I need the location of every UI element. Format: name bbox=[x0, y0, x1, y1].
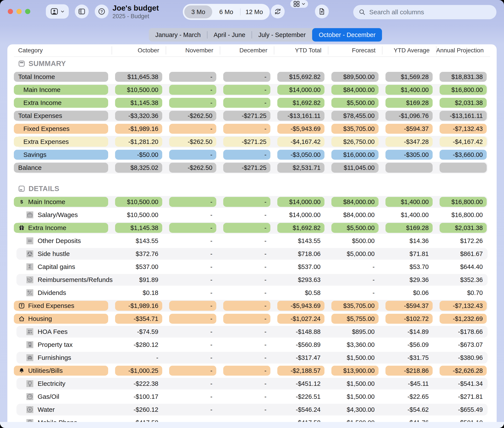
cell-forecast[interactable]: $5,000.00 bbox=[328, 247, 382, 260]
column-header-ytd-total[interactable]: YTD Total bbox=[274, 44, 328, 57]
cell-ytd-total[interactable]: $2,531.71 bbox=[274, 161, 328, 174]
category-pill[interactable]: Total Income bbox=[14, 72, 108, 82]
category-pill[interactable]: Housing bbox=[14, 314, 108, 324]
cell-november[interactable]: - bbox=[166, 364, 220, 377]
cell-forecast[interactable]: $4,300.00 bbox=[328, 403, 382, 416]
cell-december[interactable]: - bbox=[220, 364, 274, 377]
cell-december[interactable]: - bbox=[220, 83, 274, 96]
cell-october[interactable]: -$74.59 bbox=[112, 325, 166, 338]
cell-november[interactable]: - bbox=[166, 122, 220, 135]
cell-october[interactable]: $11,645.38 bbox=[112, 70, 166, 83]
cell-annual-projection[interactable]: $16,800.00 bbox=[436, 83, 490, 96]
cell-october[interactable]: -$50.00 bbox=[112, 148, 166, 161]
cell-ytd-average[interactable]: $29.36 bbox=[382, 273, 436, 286]
column-header-forecast[interactable]: Forecast bbox=[328, 44, 382, 57]
cell-forecast[interactable]: $1,500.00 bbox=[328, 351, 382, 364]
cell-october[interactable]: $91.89 bbox=[112, 273, 166, 286]
category-cell[interactable]: Salary/Wages bbox=[14, 211, 112, 219]
cell-forecast[interactable]: $11,045.00 bbox=[328, 161, 382, 174]
cell-november[interactable]: - bbox=[166, 247, 220, 260]
cell-november[interactable]: - bbox=[166, 403, 220, 416]
cell-october[interactable]: $8,325.02 bbox=[112, 161, 166, 174]
cell-ytd-total[interactable]: $537.00 bbox=[274, 260, 328, 273]
cell-annual-projection[interactable]: -$655.49 bbox=[436, 403, 490, 416]
cell-annual-projection[interactable]: $16,800.00 bbox=[436, 208, 490, 221]
period-segment-6-mo[interactable]: 6 Mo bbox=[212, 5, 240, 18]
cell-ytd-total[interactable]: $718.06 bbox=[274, 247, 328, 260]
category-pill[interactable]: Fixed Expenses bbox=[14, 301, 108, 311]
category-cell[interactable]: ΣCapital gains bbox=[14, 263, 112, 271]
cell-forecast[interactable]: $84,000.00 bbox=[328, 195, 382, 208]
cell-december[interactable]: - bbox=[220, 122, 274, 135]
cell-october[interactable]: $10,500.00 bbox=[112, 195, 166, 208]
cell-ytd-average[interactable]: $71.81 bbox=[382, 247, 436, 260]
table-row-main-income[interactable]: Main Income$10,500.00--$14,000.00$84,000… bbox=[14, 83, 490, 96]
cell-october[interactable]: -$222.38 bbox=[112, 377, 166, 390]
cell-december[interactable]: - bbox=[220, 390, 274, 403]
cell-november[interactable]: -$262.50 bbox=[166, 109, 220, 122]
cell-ytd-average[interactable]: -$594.37 bbox=[382, 122, 436, 135]
table-row-other-deposits[interactable]: Other Deposits$143.55--$143.55$500.00$14… bbox=[14, 234, 490, 247]
cell-ytd-total[interactable]: -$451.12 bbox=[274, 377, 328, 390]
cell-forecast[interactable]: $3,360.00 bbox=[328, 338, 382, 351]
cell-october[interactable]: $537.00 bbox=[112, 260, 166, 273]
table-row-fixed-expenses[interactable]: Fixed Expenses-$1,989.16---$5,943.69$35,… bbox=[14, 122, 490, 135]
column-header-december[interactable]: December bbox=[220, 44, 274, 57]
cell-november[interactable]: - bbox=[166, 325, 220, 338]
cell-forecast[interactable]: - bbox=[328, 273, 382, 286]
category-cell[interactable]: Other Deposits bbox=[14, 237, 112, 245]
cell-december[interactable]: - bbox=[220, 338, 274, 351]
table-row-extra-expenses[interactable]: Extra Expenses-$1,281.20-$262.50-$271.25… bbox=[14, 135, 490, 148]
cell-ytd-total[interactable]: -$5,943.69 bbox=[274, 299, 328, 312]
table-row-furnishings[interactable]: Furnishings----$317.47$1,500.00-$31.75-$… bbox=[14, 351, 490, 364]
cell-december[interactable]: -$271.25 bbox=[220, 161, 274, 174]
cell-ytd-total[interactable]: $14,000.00 bbox=[274, 208, 328, 221]
cell-november[interactable]: - bbox=[166, 70, 220, 83]
table-row-utilities-bills[interactable]: Utilities/Bills-$1,000.25---$2,188.57$13… bbox=[14, 364, 490, 377]
cell-ytd-average[interactable]: -$1,096.76 bbox=[382, 109, 436, 122]
cell-november[interactable]: - bbox=[166, 273, 220, 286]
cell-december[interactable]: - bbox=[220, 234, 274, 247]
sidebar-toggle-button[interactable] bbox=[75, 5, 89, 18]
cell-november[interactable]: - bbox=[166, 351, 220, 364]
cell-annual-projection[interactable]: $861.67 bbox=[436, 247, 490, 260]
table-row-fixed-expenses[interactable]: Fixed Expenses-$1,989.16---$5,943.69$35,… bbox=[14, 299, 490, 312]
table-row-water[interactable]: Water-$260.12---$546.24$4,300.00-$54.62-… bbox=[14, 403, 490, 416]
cell-annual-projection[interactable]: -$380.96 bbox=[436, 351, 490, 364]
cell-forecast[interactable]: $84,000.00 bbox=[328, 83, 382, 96]
help-button[interactable]: ? bbox=[95, 5, 109, 18]
cell-ytd-total[interactable]: -$148.88 bbox=[274, 325, 328, 338]
table-row-side-hustle[interactable]: Side hustle$372.76--$718.06$5,000.00$71.… bbox=[14, 247, 490, 260]
cell-november[interactable]: - bbox=[166, 312, 220, 325]
cell-forecast[interactable]: $84,000.00 bbox=[328, 208, 382, 221]
cell-annual-projection[interactable]: -$673.07 bbox=[436, 338, 490, 351]
table-row-hoa-fees[interactable]: HOA Fees-$74.59---$148.88$895.00-$14.89-… bbox=[14, 325, 490, 338]
cell-ytd-average[interactable]: $53.70 bbox=[382, 260, 436, 273]
table-row-total-expenses[interactable]: Total Expenses-$3,320.36-$262.50-$271.25… bbox=[14, 109, 490, 122]
cell-december[interactable]: - bbox=[220, 195, 274, 208]
cell-ytd-average[interactable]: -$54.62 bbox=[382, 403, 436, 416]
cell-december[interactable]: - bbox=[220, 208, 274, 221]
cell-ytd-total[interactable]: -$546.24 bbox=[274, 403, 328, 416]
table-row-balance[interactable]: Balance$8,325.02-$262.50-$271.25$2,531.7… bbox=[14, 161, 490, 174]
cell-october[interactable]: -$280.12 bbox=[112, 338, 166, 351]
column-header-november[interactable]: November bbox=[166, 44, 220, 57]
column-header-october[interactable]: October bbox=[112, 44, 166, 57]
cell-october[interactable]: $1,145.38 bbox=[112, 96, 166, 109]
cell-forecast[interactable]: $5,500.00 bbox=[328, 96, 382, 109]
cell-forecast[interactable]: $5,755.00 bbox=[328, 312, 382, 325]
cell-october[interactable]: -$354.71 bbox=[112, 312, 166, 325]
cell-annual-projection[interactable]: $2,031.38 bbox=[436, 96, 490, 109]
cell-forecast[interactable]: - bbox=[328, 260, 382, 273]
cell-november[interactable]: - bbox=[166, 96, 220, 109]
cell-ytd-total[interactable]: $14,000.00 bbox=[274, 83, 328, 96]
cell-november[interactable]: - bbox=[166, 260, 220, 273]
layout-menu-button[interactable] bbox=[290, 0, 308, 8]
cell-december[interactable]: - bbox=[220, 377, 274, 390]
cell-forecast[interactable]: $5,500.00 bbox=[328, 221, 382, 234]
zoom-button[interactable] bbox=[25, 9, 30, 14]
cell-november[interactable]: - bbox=[166, 195, 220, 208]
cell-ytd-total[interactable]: $14,000.00 bbox=[274, 195, 328, 208]
cell-annual-projection[interactable]: $644.40 bbox=[436, 260, 490, 273]
category-pill[interactable]: Utilities/Bills bbox=[14, 366, 108, 376]
